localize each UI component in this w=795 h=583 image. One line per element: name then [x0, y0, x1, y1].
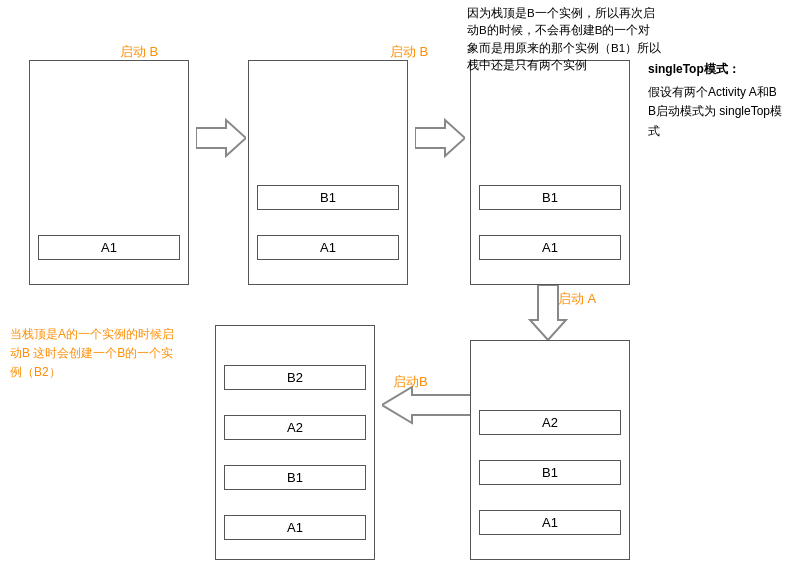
stack2-b1: B1 [257, 185, 399, 210]
stack4-a2: A2 [224, 415, 366, 440]
launch-b-label-3: 启动B [393, 373, 428, 391]
arrow-1 [196, 118, 246, 161]
stack4-b1: B1 [224, 465, 366, 490]
stack4-b2: B2 [224, 365, 366, 390]
stack3-a1: A1 [479, 235, 621, 260]
singletop-desc: singleTop模式： 假设有两个Activity A和B B启动模式为 si… [648, 60, 788, 141]
singletop-text: 假设有两个Activity A和B B启动模式为 singleTop模式 [648, 83, 788, 141]
stack5: A2 B1 A1 [470, 340, 630, 560]
stack2-a1: A1 [257, 235, 399, 260]
launch-a-label: 启动 A [558, 290, 596, 308]
stack3-b1: B1 [479, 185, 621, 210]
stack1-a1: A1 [38, 235, 180, 260]
launch-b-label-1: 启动 B [120, 43, 158, 61]
singletop-label: singleTop模式： [648, 60, 788, 79]
svg-marker-0 [196, 120, 246, 156]
stack1: A1 [29, 60, 189, 285]
stack5-a1: A1 [479, 510, 621, 535]
bottom-note: 当栈顶是A的一个实例的时候启动B 这时会创建一个B的一个实例（B2） [10, 325, 175, 383]
launch-b-label-2: 启动 B [390, 43, 428, 61]
top-note: 因为栈顶是B一个实例，所以再次启动B的时候，不会再创建B的一个对象而是用原来的那… [467, 5, 662, 74]
stack2: B1 A1 [248, 60, 408, 285]
stack4-a1: A1 [224, 515, 366, 540]
diagram-container: A1 启动 B B1 A1 启动 B [0, 0, 795, 583]
stack5-a2: A2 [479, 410, 621, 435]
arrow-2 [415, 118, 465, 161]
svg-marker-1 [415, 120, 465, 156]
stack3: B1 A1 [470, 60, 630, 285]
stack4: B2 A2 B1 A1 [215, 325, 375, 560]
stack5-b1: B1 [479, 460, 621, 485]
